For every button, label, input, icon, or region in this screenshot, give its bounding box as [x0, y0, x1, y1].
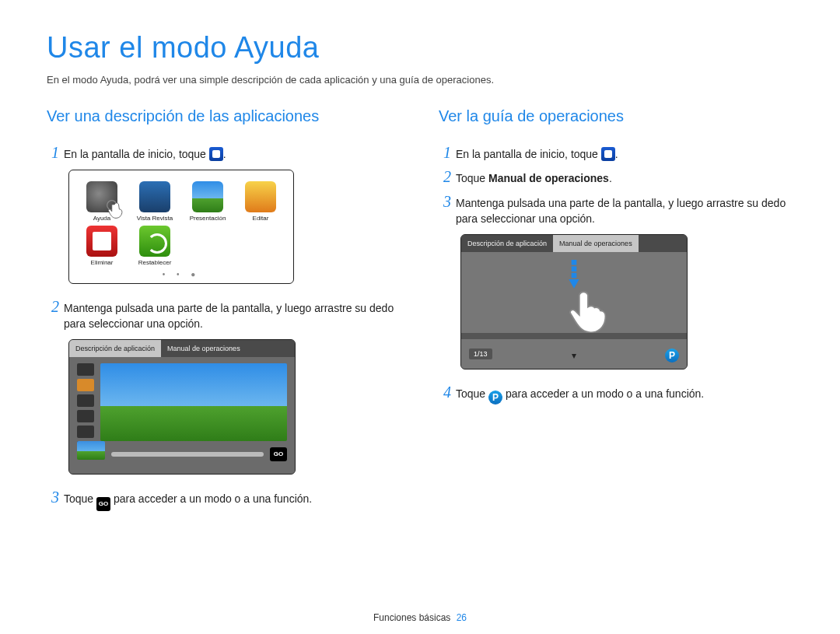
left-step-2: 2 Mantenga pulsada una parte de la panta… — [47, 298, 401, 332]
page-indicator: 1/13 — [469, 349, 492, 359]
app-magazine: Vista Revista — [135, 181, 175, 222]
app-desc-figure: Descripción de aplicación Manual de oper… — [68, 339, 296, 475]
app-label: Presentación — [187, 215, 228, 222]
step-number: 4 — [439, 384, 456, 401]
apps-grid-figure: Ayuda Vista Revista Presentación Editar — [68, 170, 294, 284]
step-text: Mantenga pulsada una parte de la pantall… — [64, 298, 401, 332]
step-text: Mantenga pulsada una parte de la pantall… — [456, 193, 793, 227]
step-text: En la pantalla de inicio, toque . — [456, 144, 618, 162]
app-edit: Editar — [240, 181, 281, 222]
manual-page: Usar el modo Ayuda En el modo Ayuda, pod… — [0, 0, 840, 634]
app-label: Vista Revista — [135, 215, 175, 222]
go-button-icon: GO — [270, 447, 287, 461]
intro-text: En el modo Ayuda, podrá ver una simple d… — [47, 74, 793, 86]
page-dots: • • ● — [82, 270, 281, 278]
apps-grid: Ayuda Vista Revista Presentación Editar — [82, 181, 281, 267]
mode-sidebar — [77, 363, 94, 454]
svg-rect-1 — [572, 260, 577, 265]
thumbnail — [77, 441, 105, 460]
app-label: Eliminar — [82, 260, 122, 267]
manual-guide-figure: Descripción de aplicación Manual de oper… — [460, 234, 688, 370]
step-number: 2 — [439, 168, 456, 186]
p-mode-icon: P — [488, 391, 502, 405]
step-number: 1 — [439, 144, 456, 162]
edge-divider — [461, 333, 687, 339]
right-heading: Ver la guía de operaciones — [439, 107, 793, 125]
svg-rect-3 — [572, 273, 577, 278]
app-help: Ayuda — [82, 181, 122, 222]
app-slideshow: Presentación — [187, 181, 228, 222]
shot-body: 1/13 ▾ P — [461, 252, 687, 369]
left-step-3: 3 Toque GO para acceder a un modo o a un… — [47, 489, 401, 511]
svg-rect-2 — [572, 267, 577, 272]
right-step-4: 4 Toque P para acceder a un modo o a una… — [439, 384, 793, 405]
app-label: Editar — [240, 215, 281, 222]
step-number: 3 — [439, 193, 456, 211]
tab-manual: Manual de operaciones — [553, 235, 639, 252]
columns: Ver una descripción de las aplicaciones … — [47, 107, 793, 517]
tabs-bar: Descripción de aplicación Manual de oper… — [69, 340, 295, 357]
app-reset: Restablecer — [135, 226, 175, 267]
shot-body: GO — [69, 357, 295, 474]
tab-app-desc: Descripción de aplicación — [461, 235, 553, 252]
app-delete: Eliminar — [82, 226, 122, 267]
left-column: Ver una descripción de las aplicaciones … — [47, 107, 401, 517]
step-text: En la pantalla de inicio, toque . — [64, 144, 226, 162]
page-footer: Funciones básicas 26 — [0, 612, 840, 623]
step-number: 1 — [47, 144, 64, 162]
step-number: 3 — [47, 489, 64, 506]
slider-track — [111, 452, 264, 457]
step-text: Toque Manual de operaciones. — [456, 168, 612, 186]
step-text: Toque GO para acceder a un modo o a una … — [64, 489, 312, 511]
page-title: Usar el modo Ayuda — [47, 31, 793, 65]
tab-manual: Manual de operaciones — [161, 340, 247, 357]
touch-hand-icon — [105, 198, 127, 220]
tab-app-desc: Descripción de aplicación — [69, 340, 161, 357]
tabs-bar: Descripción de aplicación Manual de oper… — [461, 235, 687, 252]
wallpaper-preview — [100, 363, 287, 441]
footer-section: Funciones básicas — [373, 612, 450, 623]
help-app-icon — [601, 147, 615, 161]
right-step-2: 2 Toque Manual de operaciones. — [439, 168, 793, 186]
help-app-icon — [209, 147, 223, 161]
right-step-3: 3 Mantenga pulsada una parte de la panta… — [439, 193, 793, 227]
step-text: Toque P para acceder a un modo o a una f… — [456, 384, 704, 405]
touch-hand-icon — [565, 289, 611, 339]
left-step-1: 1 En la pantalla de inicio, toque . — [47, 144, 401, 162]
go-icon: GO — [96, 497, 110, 511]
footer-page: 26 — [457, 612, 467, 623]
p-mode-icon: P — [665, 345, 679, 363]
right-step-1: 1 En la pantalla de inicio, toque . — [439, 144, 793, 162]
right-column: Ver la guía de operaciones 1 En la panta… — [439, 107, 793, 517]
chevron-down-icon: ▾ — [572, 350, 576, 361]
step-number: 2 — [47, 298, 64, 316]
left-heading: Ver una descripción de las aplicaciones — [47, 107, 401, 125]
app-label: Restablecer — [135, 260, 175, 267]
